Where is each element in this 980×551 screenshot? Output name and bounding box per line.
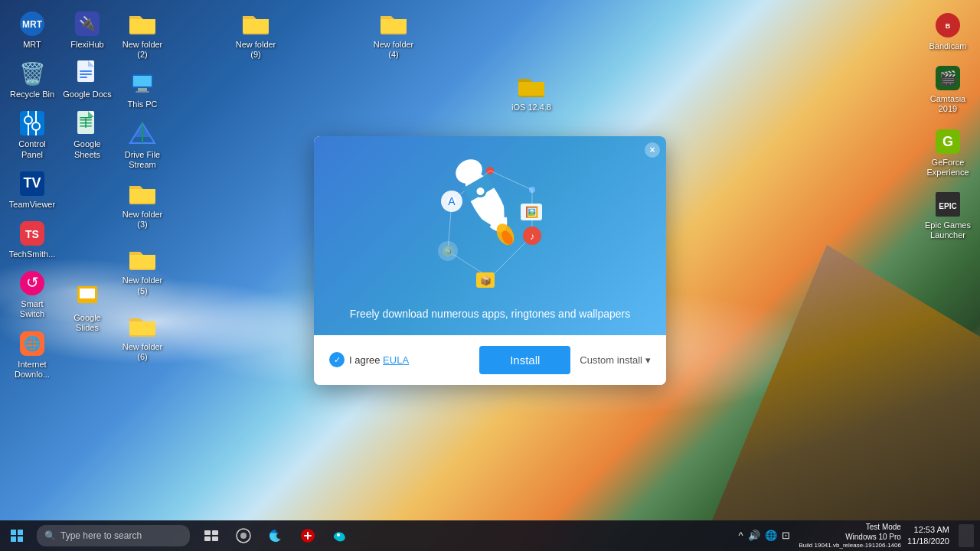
custom-install-label: Custom install (580, 354, 642, 366)
taskview-button[interactable] (196, 520, 227, 551)
desktop-icon-teamviewer[interactable]: TV TeamViewer (6, 166, 58, 213)
drivefilestream-icon (128, 119, 157, 148)
search-box[interactable]: 🔍 Type here to search (37, 525, 190, 546)
custom-install-button[interactable]: Custom install ▾ (580, 354, 651, 366)
desktop-icon-recycle[interactable]: 🗑️ Recycle Bin (6, 56, 58, 103)
svg-rect-78 (204, 530, 211, 535)
flexihub-icon: 🔌 (73, 9, 102, 38)
newfolder3-icon (128, 179, 157, 208)
thispc-label: This PC (127, 99, 157, 109)
desktop-icon-mrt[interactable]: MRT MRT (6, 6, 58, 53)
network-icon[interactable]: 🌐 (765, 530, 777, 541)
windows-logo (11, 530, 23, 542)
recycle-label: Recycle Bin (10, 90, 54, 99)
desktop-icon-newfolder4[interactable]: New folder (5) (116, 242, 168, 298)
epicgames-label: Epic Games Launcher (923, 220, 972, 240)
desktop-icon-geforce[interactable]: G GeForce Experience (922, 124, 974, 181)
test-mode-label: Test Mode (866, 522, 901, 532)
svg-text:🔌: 🔌 (79, 15, 96, 32)
drivefilestream-label: Drive File Stream (118, 150, 167, 170)
desktop-icon-thispc[interactable]: This PC (116, 66, 168, 112)
desktop-icon-techsmith[interactable]: TS TechSmith... (6, 216, 58, 262)
iosfolder-icon (517, 72, 546, 101)
test-mode-build: Build 19041.vb_release-191206-1406 (799, 542, 901, 549)
newfolder2-icon (128, 9, 157, 38)
newfolder2-label: New folder (2) (118, 40, 167, 60)
svg-point-87 (337, 533, 340, 536)
svg-text:📦: 📦 (480, 275, 492, 286)
sys-icons: ^ 🔊 🌐 ⊡ (738, 530, 789, 541)
eula-link[interactable]: EULA (383, 354, 409, 366)
geforce-icon: G (933, 127, 962, 156)
clock-date: 11/18/2020 (907, 536, 949, 547)
dialog-illustration: A 🖼️ ♪ 📦 ⚙️ (413, 159, 567, 297)
desktop-icon-flexihub[interactable]: 🔌 FlexiHub (61, 6, 113, 53)
tray-icon-1: ^ (738, 530, 743, 541)
internet-icon: 🌐 (18, 329, 47, 358)
desktop-icon-googlesheets[interactable]: Google Sheets (61, 106, 113, 162)
newfolder5-label: New folder (9) (231, 40, 280, 60)
desktop-icon-newfolder-top[interactable]: New folder(4) (368, 6, 420, 63)
svg-text:EPIC: EPIC (939, 202, 956, 210)
test-mode-info: Test Mode Windows 10 Pro Build 19041.vb_… (799, 522, 901, 549)
techsmith-icon: TS (18, 219, 47, 248)
edge-button[interactable] (260, 520, 291, 551)
desktop-icon-camtasia[interactable]: 🎬 Camtasia 2019 (922, 60, 974, 117)
desktop-icon-newfolder3[interactable]: New folder (3) (116, 176, 168, 233)
svg-text:🖼️: 🖼️ (525, 206, 539, 219)
camtasia-icon: 🎬 (933, 64, 962, 93)
clock[interactable]: 12:53 AM 11/18/2020 (907, 524, 949, 548)
search-icon: 🔍 (44, 530, 56, 541)
googleslides-label: Google Slides (63, 313, 112, 333)
agree-checkbox[interactable]: ✓ (329, 352, 345, 367)
svg-text:⚙️: ⚙️ (442, 245, 456, 258)
desktop-icon-bandicam[interactable]: B Bandicam (922, 8, 974, 54)
speaker-icon[interactable]: 🔊 (748, 530, 760, 541)
desktop-icon-smartswitch[interactable]: ↺ Smart Switch (6, 266, 58, 322)
notification-button[interactable] (959, 524, 974, 547)
svg-rect-2 (20, 111, 44, 135)
battery-icon: ⊡ (782, 530, 790, 541)
test-mode-os: Windows 10 Pro (845, 532, 901, 542)
newfolder-top-label: New folder(4) (374, 40, 414, 60)
taskbar-pinned-icons (196, 520, 355, 551)
bandicam-label: Bandicam (929, 41, 967, 51)
desktop-icon-controlpanel[interactable]: Control Panel (6, 106, 58, 162)
clock-time: 12:53 AM (914, 524, 949, 536)
start-button[interactable] (0, 520, 34, 551)
cortana-button[interactable] (228, 520, 259, 551)
taskbar-app4[interactable] (325, 520, 355, 551)
install-button[interactable]: Install (479, 346, 570, 374)
newfolder6-label: New folder (6) (118, 342, 167, 362)
desktop-icon-newfolder5[interactable]: New folder (9) (230, 6, 282, 63)
techsmith-label: TechSmith... (9, 249, 56, 259)
svg-rect-33 (133, 76, 152, 86)
svg-rect-34 (138, 88, 147, 91)
desktop-icon-newfolder2[interactable]: New folder (2) (116, 6, 168, 63)
epicgames-icon: EPIC (933, 190, 962, 219)
dialog-footer: ✓ I agree EULA Install Custom install ▾ (314, 335, 666, 385)
desktop-icon-drivefilestream[interactable]: Drive File Stream (116, 116, 168, 173)
right-side-icons: B Bandicam 🎬 Camtasia 2019 G GeForce Exp… (916, 0, 980, 251)
search-placeholder: Type here to search (60, 530, 142, 541)
teamviewer-icon: TV (18, 169, 47, 198)
teamviewer-label: TeamViewer (9, 200, 55, 210)
desktop-icon-googledocs[interactable]: Google Docs (61, 56, 113, 103)
dialog-close-button[interactable]: × (645, 142, 660, 158)
googlesheets-icon (73, 109, 102, 138)
taskbar-app3[interactable] (292, 520, 323, 551)
desktop-icon-googleslides[interactable]: Google Slides (61, 279, 113, 336)
geforce-label: GeForce Experience (923, 158, 972, 178)
desktop-icon-newfolder6[interactable]: New folder (6) (116, 308, 168, 365)
desktop-icon-epicgames[interactable]: EPIC Epic Games Launcher (922, 187, 974, 243)
newfolder-top-icon (379, 9, 408, 38)
svg-rect-21 (80, 70, 92, 72)
taskbar: 🔍 Type here to search (0, 520, 980, 551)
custom-install-chevron: ▾ (645, 354, 651, 366)
desktop-icon-internet[interactable]: 🌐 Internet Downlo... (6, 326, 58, 383)
newfolder4-label: New folder (5) (118, 276, 167, 295)
svg-text:🌐: 🌐 (24, 335, 41, 352)
desktop-icon-iosfolder[interactable]: iOS 12.4.8 (505, 69, 557, 116)
svg-rect-23 (80, 77, 87, 78)
agree-label: I agree (349, 354, 380, 366)
